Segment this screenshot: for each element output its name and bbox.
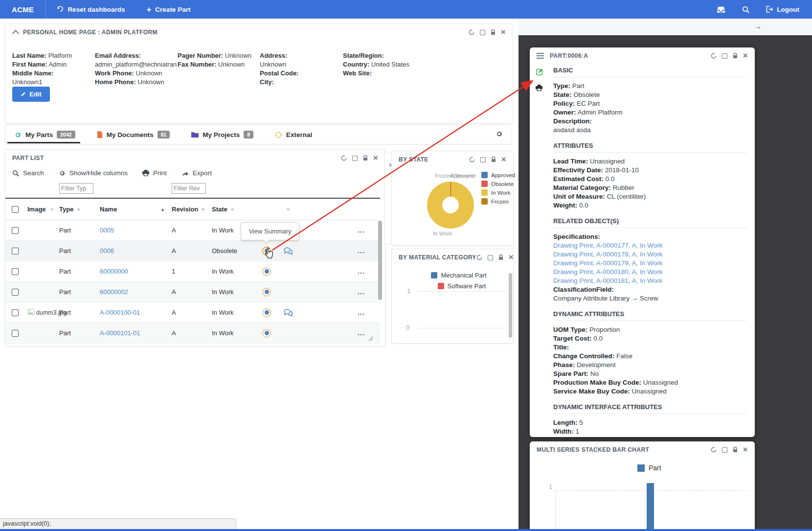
maximize-icon[interactable] <box>352 156 358 161</box>
table-row[interactable]: Part 0005 A In Work ... <box>5 220 380 241</box>
search-button[interactable]: Search <box>12 169 44 177</box>
tab-settings-gear-icon[interactable] <box>496 130 503 139</box>
sort-icon[interactable]: ◆ <box>231 207 234 211</box>
sort-icon[interactable]: ◆ <box>51 207 54 211</box>
search-icon[interactable] <box>742 0 749 19</box>
filter-type-input[interactable] <box>59 183 93 194</box>
row-actions-ellipsis[interactable]: ... <box>358 309 380 316</box>
state-donut-chart[interactable] <box>427 182 474 229</box>
scrollbar-thumb[interactable] <box>378 221 382 300</box>
print-icon[interactable] <box>536 85 542 91</box>
row-actions-ellipsis[interactable]: ... <box>358 288 380 296</box>
close-icon[interactable]: × <box>509 253 514 261</box>
table-row[interactable]: dumm3.jpg Part A-0000100-01 A In Work ..… <box>5 302 380 323</box>
part-name-link[interactable]: A-0000100-01 <box>100 309 140 316</box>
column-header-name[interactable]: Name <box>100 206 117 213</box>
row-checkbox[interactable] <box>12 268 19 275</box>
close-icon[interactable]: × <box>743 51 748 60</box>
create-part-button[interactable]: + Create Part <box>135 0 201 19</box>
specification-link[interactable]: Drawing Print, A-0000180, A, In Work <box>553 268 747 277</box>
close-icon[interactable]: × <box>501 28 506 36</box>
panel-toolbar: × <box>711 52 748 60</box>
discussion-icon[interactable] <box>284 247 293 255</box>
specification-link[interactable]: Drawing Print, A-0000179, A, In Work <box>553 259 747 268</box>
row-actions-ellipsis[interactable]: ... <box>358 268 380 275</box>
print-button[interactable]: Print <box>142 169 167 177</box>
column-header-image[interactable]: Image <box>27 206 46 213</box>
lock-icon[interactable] <box>363 155 368 161</box>
expand-panel-icon[interactable]: → <box>754 22 762 30</box>
show-hide-columns-button[interactable]: Show/Hide columns <box>59 169 128 177</box>
close-icon[interactable]: × <box>373 154 378 162</box>
filter-revision-input[interactable] <box>172 183 206 194</box>
part-name-link[interactable]: 60000002 <box>100 288 128 296</box>
column-header-type[interactable]: Type <box>59 206 73 213</box>
discussion-icon[interactable] <box>284 309 293 317</box>
dashboard-scrollbar-thumb[interactable] <box>509 273 512 338</box>
table-row[interactable]: Part 60000002 A In Work ... <box>5 282 380 302</box>
bar-part[interactable] <box>647 483 654 531</box>
hamburger-menu-icon[interactable] <box>537 51 544 60</box>
maximize-icon[interactable] <box>480 157 486 162</box>
table-row[interactable]: Part 60000000 1 In Work ... <box>5 261 380 282</box>
inbox-icon[interactable] <box>717 0 725 19</box>
row-checkbox[interactable] <box>12 248 19 254</box>
lock-icon[interactable] <box>733 53 738 59</box>
tab-external[interactable]: External <box>275 131 312 139</box>
sort-icon[interactable]: ◆ <box>77 207 80 211</box>
refresh-icon[interactable] <box>476 254 482 260</box>
column-header-state[interactable]: State <box>212 206 227 213</box>
panel-resize-handle[interactable] <box>368 334 373 343</box>
sort-icon[interactable]: ◆ <box>202 207 204 211</box>
row-checkbox[interactable] <box>12 227 19 234</box>
specification-link[interactable]: Drawing Print, A-0000181, A, In Work <box>553 277 747 285</box>
part-name-link[interactable]: A-0000101-01 <box>100 329 140 337</box>
view-summary-icon[interactable] <box>262 267 271 276</box>
column-header-revision[interactable]: Revision <box>172 206 198 213</box>
collapse-icon[interactable] <box>12 29 19 36</box>
lock-icon[interactable] <box>733 447 738 453</box>
tab-my-projects[interactable]: My Projects 8 <box>191 131 253 139</box>
refresh-icon[interactable] <box>469 29 474 35</box>
brand-logo[interactable]: ACME <box>0 5 45 14</box>
part-name-link[interactable]: 0006 <box>100 247 114 254</box>
view-summary-icon[interactable] <box>262 288 271 297</box>
maximize-icon[interactable] <box>722 53 727 59</box>
maximize-icon[interactable] <box>480 30 485 35</box>
close-icon[interactable]: × <box>743 445 748 454</box>
refresh-icon[interactable] <box>341 155 347 161</box>
select-all-checkbox[interactable] <box>12 206 19 213</box>
reset-dashboards-button[interactable]: Reset dashboards <box>46 0 135 19</box>
table-row[interactable]: Part A-0000101-01 A In Work ... <box>5 323 380 344</box>
row-actions-ellipsis[interactable]: ... <box>358 227 380 234</box>
row-checkbox[interactable] <box>12 289 19 296</box>
export-button[interactable]: Export <box>181 169 212 177</box>
lock-icon[interactable] <box>491 29 496 35</box>
view-summary-icon[interactable] <box>262 329 271 338</box>
table-row[interactable]: Part 0006 A Obsolete ... <box>5 241 380 261</box>
part-name-link[interactable]: 60000000 <box>100 268 128 275</box>
tab-my-documents[interactable]: My Documents 81 <box>97 131 170 139</box>
sort-icon[interactable]: ◆ <box>287 207 290 211</box>
specification-link[interactable]: Drawing Print, A-0000178, A, In Work <box>553 250 747 259</box>
tab-my-parts[interactable]: My Parts 2042 <box>14 131 75 139</box>
close-icon[interactable]: × <box>501 155 506 163</box>
part-name-link[interactable]: 0005 <box>100 227 114 234</box>
row-checkbox[interactable] <box>12 330 19 337</box>
maximize-icon[interactable] <box>722 447 727 453</box>
refresh-icon[interactable] <box>711 53 717 59</box>
view-summary-icon[interactable] <box>262 247 271 255</box>
row-actions-ellipsis[interactable]: ... <box>358 247 380 254</box>
maximize-icon[interactable] <box>488 255 493 260</box>
refresh-icon[interactable] <box>711 447 717 453</box>
edit-profile-button[interactable]: Edit <box>12 87 50 102</box>
refresh-icon[interactable] <box>469 157 475 162</box>
lock-icon[interactable] <box>491 157 496 162</box>
view-summary-icon[interactable] <box>262 308 271 317</box>
lock-icon[interactable] <box>498 254 503 260</box>
specification-link[interactable]: Drawing Print, A-0000177, A, In Work <box>553 241 747 250</box>
edit-green-icon[interactable] <box>536 68 543 75</box>
logout-button[interactable]: Logout <box>766 0 799 19</box>
row-checkbox[interactable] <box>12 309 19 316</box>
sort-asc-icon[interactable]: ▲ <box>160 207 165 212</box>
